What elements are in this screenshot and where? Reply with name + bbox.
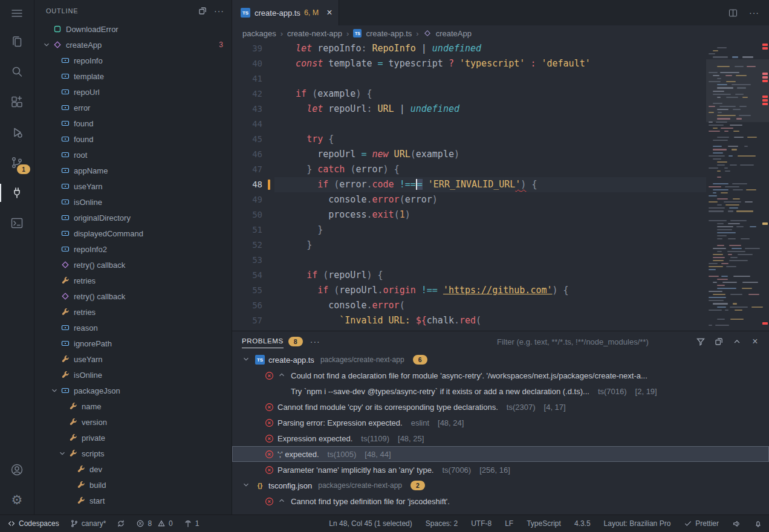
problem-row[interactable]: Parsing error: Expression expected.eslin…	[232, 415, 769, 430]
code-line[interactable]: 43 let repoUrl: URL | undefined	[232, 102, 706, 117]
tab-create-app-ts[interactable]: TS create-app.ts 6, M ×	[232, 0, 339, 25]
maximize-panel-icon[interactable]	[732, 336, 742, 347]
chevron-down-icon[interactable]	[242, 355, 251, 365]
code-line[interactable]: 55 if (repoUrl.origin !== 'https://githu…	[232, 283, 706, 298]
menu-button[interactable]	[0, 0, 34, 27]
language-indicator[interactable]: TypeScript	[520, 515, 568, 532]
outline-more-actions[interactable]: ···	[214, 5, 224, 16]
editor-more-actions-icon[interactable]: ···	[749, 7, 759, 18]
feedback-button[interactable]	[725, 515, 747, 532]
problem-row[interactable]: Could not find a declaration file for mo…	[232, 368, 769, 383]
sidebar-item-remote-explorer[interactable]	[0, 178, 34, 208]
split-editor-icon[interactable]	[727, 7, 738, 18]
outline-item[interactable]: originalDirectory	[34, 210, 232, 225]
ts-version-indicator[interactable]: 4.3.5	[568, 515, 597, 532]
outline-item[interactable]: repoInfo	[34, 53, 232, 68]
outline-item[interactable]: build	[34, 477, 232, 493]
code-line[interactable]: 40 const template = typescript ? 'typesc…	[232, 56, 706, 71]
breadcrumb-symbol[interactable]: createApp	[436, 29, 472, 38]
chevron-down-icon[interactable]	[50, 386, 60, 395]
line-col-indicator[interactable]: Ln 48, Col 45 (1 selected)	[322, 515, 418, 532]
problem-file-row[interactable]: TScreate-app.tspackages/create-next-app6	[232, 352, 769, 368]
outline-item[interactable]: root	[34, 147, 232, 163]
outline-item[interactable]: isOnline	[34, 194, 232, 210]
panel-more-actions-icon[interactable]: ···	[310, 336, 320, 347]
chevron-down-icon[interactable]	[242, 481, 251, 490]
sidebar-item-remote-terminal[interactable]	[0, 208, 34, 238]
code-line[interactable]: 56 console.error(	[232, 298, 706, 313]
chevron-up-icon[interactable]	[277, 496, 287, 506]
formatter-indicator[interactable]: Prettier	[677, 515, 725, 532]
outline-item[interactable]: retries	[34, 304, 232, 320]
sidebar-item-explorer[interactable]	[0, 27, 34, 57]
code-line[interactable]: 51 }	[232, 222, 706, 238]
problems-filter-input[interactable]	[496, 337, 680, 347]
outline-item[interactable]: reason	[34, 320, 232, 336]
layout-indicator[interactable]: Layout: Brazilian Pro	[597, 515, 678, 532]
problem-row[interactable]: ';' expected.ts(1005)[48, 44]	[232, 446, 769, 462]
sidebar-item-source-control[interactable]: 1	[0, 148, 34, 178]
code-line[interactable]: 50 process.exit(1)	[232, 207, 706, 222]
outline-item[interactable]: repoUrl	[34, 84, 232, 100]
minimap[interactable]	[706, 41, 769, 331]
breadcrumb-file[interactable]: create-app.ts	[366, 29, 412, 38]
code-line[interactable]: 48 if (error.code !=== 'ERR_INVALID_URL'…	[232, 177, 706, 192]
problem-row[interactable]: Cannot find module 'cpy' or its correspo…	[232, 399, 769, 415]
encoding-indicator[interactable]: UTF-8	[464, 515, 498, 532]
code-line[interactable]: 53	[232, 253, 706, 268]
collapse-all-icon[interactable]	[713, 336, 724, 347]
sidebar-item-search[interactable]	[0, 57, 34, 87]
sidebar-item-extensions[interactable]	[0, 87, 34, 117]
problem-file-row[interactable]: {}tsconfig.jsonpackages/create-next-app2	[232, 478, 769, 493]
code-area[interactable]: 39 let repoInfo: RepoInfo | undefined40 …	[232, 41, 706, 331]
code-line[interactable]: 42 if (example) {	[232, 86, 706, 102]
close-tab-icon[interactable]: ×	[326, 8, 332, 18]
outline-item[interactable]: version	[34, 414, 232, 430]
outline-item[interactable]: createApp3	[34, 37, 232, 53]
code-line[interactable]: 52 }	[232, 238, 706, 253]
problem-row[interactable]: Cannot find type definition file for 'js…	[232, 493, 769, 509]
outline-item[interactable]: retry() callback	[34, 288, 232, 304]
outline-item[interactable]: scripts	[34, 446, 232, 461]
problem-row[interactable]: Expression expected.ts(1109)[48, 25]	[232, 430, 769, 446]
collapse-all-icon[interactable]	[197, 5, 208, 16]
outline-item[interactable]: repoInfo2	[34, 241, 232, 257]
breadcrumb-create-next-app[interactable]: create-next-app	[287, 29, 342, 38]
problems-summary[interactable]: 8 0	[131, 515, 178, 532]
chevron-down-icon[interactable]	[42, 40, 53, 50]
outline-item[interactable]: displayedCommand	[34, 225, 232, 241]
outline-item[interactable]: packageJson	[34, 383, 232, 398]
sidebar-item-run-debug[interactable]	[0, 117, 34, 148]
ports-indicator[interactable]: 1	[178, 515, 205, 532]
code-line[interactable]: 54 if (repoUrl) {	[232, 268, 706, 283]
code-editor[interactable]: 39 let repoInfo: RepoInfo | undefined40 …	[232, 41, 769, 331]
chevron-up-icon[interactable]	[277, 371, 287, 380]
outline-item[interactable]: useYarn	[34, 178, 232, 194]
account-button[interactable]	[0, 455, 34, 485]
outline-item[interactable]: retry() callback	[34, 257, 232, 273]
code-line[interactable]: 49 console.error(error)	[232, 192, 706, 207]
sync-button[interactable]	[111, 515, 131, 532]
outline-item[interactable]: retries	[34, 273, 232, 288]
remote-indicator[interactable]: Codespaces	[0, 515, 65, 532]
code-line[interactable]: 41	[232, 71, 706, 86]
notifications-button[interactable]	[747, 515, 769, 532]
outline-item[interactable]: appName	[34, 163, 232, 178]
code-line[interactable]: 44	[232, 117, 706, 132]
outline-item[interactable]: private	[34, 430, 232, 446]
code-line[interactable]: 47 } catch (error) {	[232, 162, 706, 177]
indentation-indicator[interactable]: Spaces: 2	[419, 515, 464, 532]
outline-item[interactable]: template	[34, 68, 232, 84]
outline-item[interactable]: found	[34, 131, 232, 147]
outline-item[interactable]: ignorePath	[34, 336, 232, 351]
close-panel-icon[interactable]: ×	[750, 336, 761, 347]
problem-row[interactable]: Parameter 'name' implicitly has an 'any'…	[232, 462, 769, 478]
filter-icon[interactable]	[695, 336, 706, 347]
eol-indicator[interactable]: LF	[498, 515, 520, 532]
code-line[interactable]: 46 repoUrl = new URL(example)	[232, 147, 706, 162]
tab-problems[interactable]: PROBLEMS 8	[242, 335, 303, 348]
breadcrumb-packages[interactable]: packages	[242, 29, 276, 38]
outline-item[interactable]: isOnline	[34, 367, 232, 383]
settings-gear-button[interactable]: ⚙	[0, 485, 34, 515]
outline-item[interactable]: error	[34, 100, 232, 115]
